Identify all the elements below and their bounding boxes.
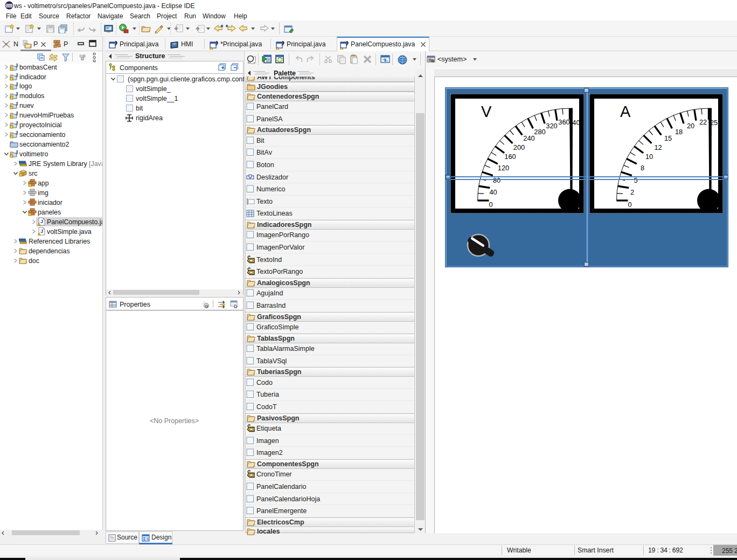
svg-text:J: J bbox=[16, 149, 18, 155]
svg-text:J: J bbox=[16, 130, 18, 136]
svg-text:J: J bbox=[115, 42, 117, 46]
svg-text:J: J bbox=[16, 63, 18, 68]
svg-text:J: J bbox=[16, 110, 18, 116]
svg-text:J: J bbox=[346, 42, 348, 46]
svg-text:J: J bbox=[16, 120, 18, 126]
svg-text:J: J bbox=[282, 42, 284, 46]
svg-text:J: J bbox=[16, 101, 18, 107]
svg-text:G: G bbox=[205, 304, 208, 309]
svg-text:J: J bbox=[40, 219, 43, 224]
svg-text:J: J bbox=[16, 91, 18, 97]
svg-text:J: J bbox=[215, 42, 218, 46]
svg-text:J: J bbox=[16, 81, 18, 87]
svg-text:J: J bbox=[40, 229, 43, 234]
svg-text:J: J bbox=[16, 72, 18, 78]
